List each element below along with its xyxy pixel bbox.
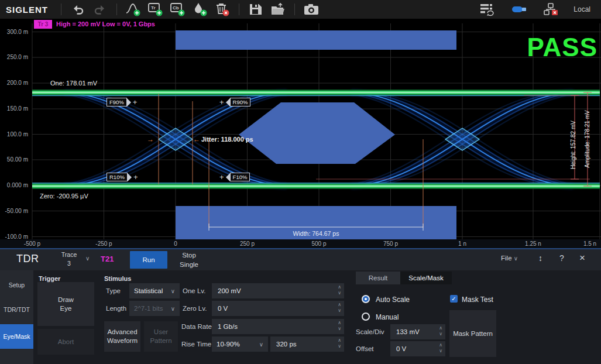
advanced-waveform-button[interactable]: Advanced Waveform [104,321,140,352]
y-tick-label: 100.0 m [0,131,28,138]
mask-test-result: PASS [527,33,597,62]
length-dropdown[interactable]: 2^7-1 bits∨ [129,301,180,316]
tab-scale-mask[interactable]: Scale/Mask [400,272,452,284]
tab-eye-mask[interactable]: Eye/Mask [0,324,33,349]
zero-level-input[interactable]: 0 V ∧∨ [212,301,344,316]
scale-div-label: Scale/Div [356,324,384,339]
siglent-logo: SIGLENT [6,5,48,15]
length-label: Length [106,301,126,316]
data-rate-input[interactable]: 1 Gb/s ∧∨ [212,319,344,334]
amplitude-readout: Amplitude: 178.21 mV [582,83,592,194]
scale-div-input[interactable]: 133 mV ∧∨ [390,324,445,339]
spinner-icon[interactable]: ∧∨ [338,338,341,349]
layout-sync-icon[interactable] [479,2,497,17]
jitter-arrow-left-icon: ← [193,135,200,143]
auto-scale-radio[interactable] [362,295,370,303]
manual-label: Manual [376,313,399,321]
rise-time-input[interactable]: 320 ps ∧∨ [270,336,344,352]
type-label: Type [106,283,121,298]
marker-arrow-icon [226,98,230,107]
screenshot-icon[interactable] [302,2,321,17]
resize-icon[interactable]: ↕ [538,253,542,263]
spinner-icon[interactable]: ∧∨ [338,284,341,296]
svg-text:Cb: Cb [173,5,179,11]
eye-height-readout: Height: 157.82 mV [568,89,578,200]
y-tick-label: -100.0 m [0,233,28,240]
eye-diagram-canvas[interactable] [0,19,601,248]
x-tick-label: -250 p [84,241,125,247]
spinner-icon[interactable]: ∧∨ [439,325,442,337]
x-tick-label: 750 p [370,241,411,247]
marker-f90: F90%+ [107,98,139,107]
spinner-icon[interactable]: ∧∨ [439,342,442,354]
x-tick-label: 0 [155,241,196,247]
network-error-icon[interactable] [542,2,561,17]
trigger-group-title: Trigger [39,275,60,282]
help-icon[interactable]: ? [559,253,564,263]
chevron-down-icon: ∨ [171,288,175,294]
undo-icon[interactable] [68,2,87,17]
toolbar-separator [61,4,61,15]
svg-text:Tr: Tr [151,5,156,11]
trace-selector[interactable]: Trace 3 [54,250,84,268]
add-waveform-icon[interactable] [124,2,143,17]
x-tick-label: 250 p [227,241,268,247]
marker-f10: +F10% [218,173,250,181]
delete-icon[interactable] [213,2,232,17]
y-tick-label: 200.0 m [0,80,28,86]
close-icon[interactable]: × [579,252,585,264]
add-marker-icon[interactable] [191,2,210,17]
x-tick-label: -500 p [12,241,53,247]
sidebar-tabs: Setup TDR/TDT Eye/Mask [0,270,33,364]
spinner-icon[interactable]: ∧∨ [338,302,341,314]
add-colorbar-icon[interactable]: Cb [169,2,187,17]
one-level-readout: One: 178.01 mV [50,80,97,87]
zero-level-label: Zero Lv. [183,301,207,316]
run-button[interactable]: Run [130,251,167,269]
tab-tdr-tdt[interactable]: TDR/TDT [0,300,33,320]
x-tick-label: 1.25 n [513,241,554,247]
marker-r10: R10%+ [107,173,139,181]
chevron-down-icon[interactable]: ∨ [85,255,90,262]
add-trace-icon[interactable]: Tr [146,2,165,17]
one-level-label: One Lv. [183,283,205,298]
tdr-control-panel: TDR Trace 3 ∨ T21 Run Stop Single File ∨… [0,248,601,364]
chevron-down-icon: ∨ [171,305,175,312]
offset-label: Offset [356,341,373,356]
data-rate-label: Data Rate [181,319,212,334]
top-toolbar: SIGLENT Tr Cb Local [0,0,601,19]
marker-arrow-icon [127,98,131,107]
y-tick-label: 250.0 m [0,54,28,60]
draw-eye-button[interactable]: Draw Eye [37,282,94,326]
app-title: TDR [16,253,39,265]
marker-arrow-icon [128,173,132,181]
stop-single-button[interactable]: Stop Single [171,250,207,269]
file-menu[interactable]: File ∨ [501,255,518,262]
one-level-input[interactable]: 200 mV ∧∨ [212,283,344,298]
y-tick-label: 50.00 m [0,156,28,163]
mask-pattern-button[interactable]: Mask Pattern [449,310,496,357]
user-pattern-button[interactable]: User Pattern [144,321,178,352]
redo-icon[interactable] [91,2,109,17]
eye-diagram-plot[interactable]: Tr 3 High = 200 mV Low = 0V, 1 Gbps PASS… [0,19,601,248]
rise-time-mode-dropdown[interactable]: 10-90%∨ [212,336,268,352]
tab-result[interactable]: Result [356,272,400,284]
toolbar-separator [239,4,239,15]
eye-width-readout: Width: 764.67 ps [269,230,363,237]
usb-icon[interactable] [510,2,529,17]
open-icon[interactable] [269,2,287,17]
jitter-arrow-right-icon: → [147,135,154,143]
save-icon[interactable] [246,2,265,17]
manual-radio[interactable] [362,313,370,321]
trace-info-label: High = 200 mV Low = 0V, 1 Gbps [56,20,155,28]
y-tick-label: 300.0 m [0,29,28,35]
x-tick-label: 500 p [298,241,339,247]
tab-setup[interactable]: Setup [0,275,33,295]
mask-test-checkbox[interactable]: ✓ [450,295,458,303]
abort-button[interactable]: Abort [37,329,94,355]
stimulus-group-title: Stimulus [104,275,131,282]
offset-input[interactable]: 0 V ∧∨ [390,341,445,356]
panel-header: TDR Trace 3 ∨ T21 Run Stop Single File ∨… [0,249,601,270]
type-dropdown[interactable]: Statistical∨ [129,283,180,298]
spinner-icon[interactable]: ∧∨ [338,320,341,332]
